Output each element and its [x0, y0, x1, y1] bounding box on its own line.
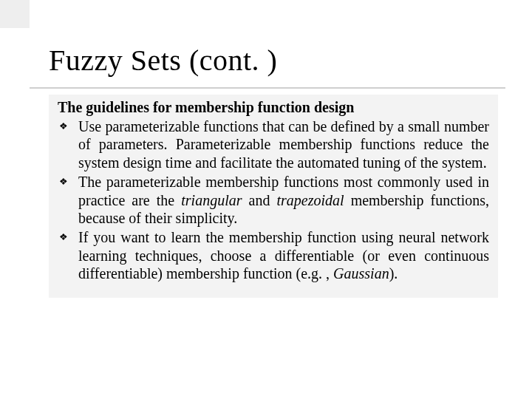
title-underline [30, 87, 505, 89]
list-item: ❖ Use parameterizable functions that can… [58, 117, 489, 171]
corner-decoration [0, 0, 30, 28]
bullet-text: If you want to learn the membership func… [78, 229, 489, 282]
diamond-bullet-icon: ❖ [59, 232, 68, 242]
slide: Fuzzy Sets (cont. ) The guidelines for m… [0, 0, 532, 399]
list-item: ❖ The parameterizable membership functio… [58, 173, 489, 227]
bullet-text: The parameterizable membership functions… [78, 174, 489, 226]
diamond-bullet-icon: ❖ [59, 177, 68, 186]
list-item: ❖ If you want to learn the membership fu… [58, 228, 489, 282]
bullet-text: Use parameterizable functions that can b… [78, 118, 489, 171]
slide-body: The guidelines for membership function d… [49, 95, 498, 298]
lead-text: The guidelines for membership function d… [58, 99, 489, 116]
diamond-bullet-icon: ❖ [59, 121, 68, 131]
slide-title: Fuzzy Sets (cont. ) [49, 43, 502, 78]
bullet-list: ❖ Use parameterizable functions that can… [58, 117, 489, 283]
